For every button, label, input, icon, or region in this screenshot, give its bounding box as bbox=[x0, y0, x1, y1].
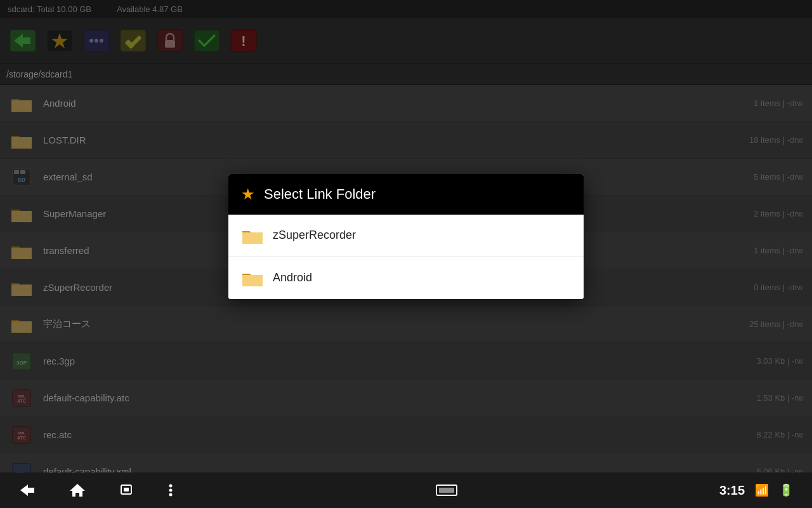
clock: 3:15 bbox=[719, 483, 745, 498]
nav-home-btn[interactable] bbox=[69, 483, 86, 498]
svg-rect-38 bbox=[439, 488, 454, 493]
dialog-item-name: Android bbox=[273, 271, 312, 284]
dialog-item-name: zSuperRecorder bbox=[273, 229, 356, 242]
wifi-icon: 📶 bbox=[755, 483, 769, 497]
svg-point-34 bbox=[169, 485, 173, 488]
battery-icon: 🔋 bbox=[779, 483, 793, 497]
nav-bar: 3:15 📶 🔋 bbox=[0, 472, 812, 508]
nav-menu-btn[interactable] bbox=[167, 483, 174, 498]
nav-screen-btn[interactable] bbox=[435, 483, 458, 498]
dialog-overlay[interactable]: ★ Select Link Folder zSuperRecorder Andr… bbox=[0, 0, 812, 472]
dialog-item-android[interactable]: Android bbox=[228, 257, 584, 299]
svg-marker-31 bbox=[70, 484, 85, 497]
folder-icon bbox=[241, 269, 264, 288]
svg-marker-30 bbox=[20, 485, 34, 496]
svg-rect-33 bbox=[124, 488, 129, 491]
nav-recent-btn[interactable] bbox=[118, 483, 136, 498]
folder-icon bbox=[241, 226, 264, 245]
select-link-folder-dialog: ★ Select Link Folder zSuperRecorder Andr… bbox=[228, 174, 584, 299]
dialog-item-zsuperrecorder[interactable]: zSuperRecorder bbox=[228, 215, 584, 257]
nav-left bbox=[19, 483, 174, 498]
nav-back-btn[interactable] bbox=[19, 483, 37, 498]
svg-point-35 bbox=[169, 489, 173, 492]
dialog-title: Select Link Folder bbox=[264, 186, 376, 203]
dialog-header: ★ Select Link Folder bbox=[228, 174, 584, 215]
dialog-star-icon: ★ bbox=[241, 185, 255, 203]
nav-right: 3:15 📶 🔋 bbox=[719, 483, 793, 498]
nav-center bbox=[435, 483, 458, 498]
svg-point-36 bbox=[169, 493, 173, 497]
